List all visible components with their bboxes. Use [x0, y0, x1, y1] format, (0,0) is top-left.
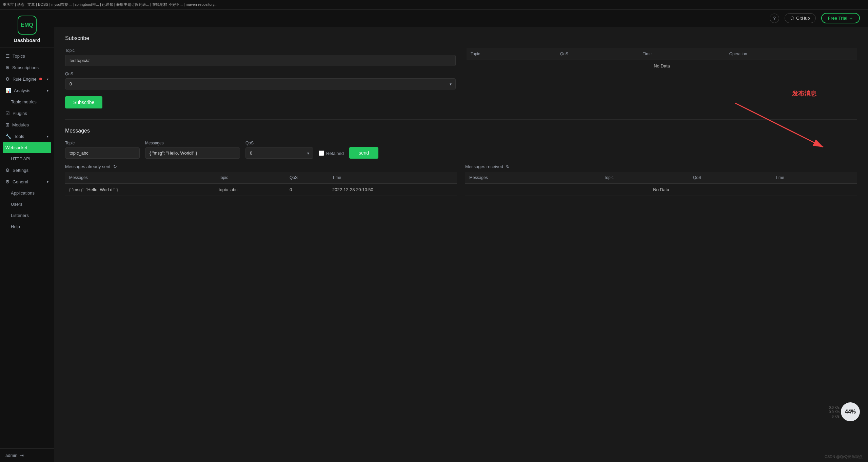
- col-time: Time: [639, 48, 725, 60]
- tools-icon: 🔧: [5, 134, 11, 139]
- help-icon: ?: [773, 16, 775, 21]
- content-wrapper: ? ⬡ GitHub Free Trial → Subscribe Topic: [54, 9, 868, 462]
- help-label: Help: [11, 224, 20, 229]
- analysis-label: Analysis: [14, 88, 30, 93]
- sidebar-item-help[interactable]: Help: [0, 221, 54, 232]
- table-row: { "msg": "Hello, Worl d!" } topic_abc 0 …: [65, 184, 457, 196]
- plugins-icon: ☑: [5, 111, 10, 116]
- subscriptions-label: Subscriptions: [12, 65, 39, 70]
- modules-icon: ⊞: [5, 122, 9, 127]
- sent-table-header: Messages already sent ↻: [65, 164, 457, 169]
- settings-icon: ⚙: [5, 167, 10, 173]
- received-no-data: No Data: [465, 184, 857, 196]
- sidebar-item-settings[interactable]: ⚙ Settings: [0, 164, 54, 176]
- recv-col-topic: Topic: [600, 172, 689, 184]
- sidebar: EMQ Dashboard ☰ Topics ⊕ Subscriptions ⚙…: [0, 9, 54, 462]
- sent-col-time: Time: [328, 172, 457, 184]
- sidebar-item-tools[interactable]: 🔧 Tools ▾: [0, 130, 54, 142]
- sidebar-item-users[interactable]: Users: [0, 199, 54, 210]
- users-label: Users: [11, 202, 22, 207]
- admin-label: admin: [5, 453, 17, 458]
- sent-messages-container: Messages already sent ↻ Messages Topic Q…: [65, 164, 457, 196]
- sidebar-item-general[interactable]: ⚙ General ▾: [0, 176, 54, 187]
- received-refresh-icon[interactable]: ↻: [506, 164, 510, 169]
- free-trial-label: Free Trial →: [828, 16, 853, 21]
- topics-label: Topics: [13, 54, 25, 59]
- logout-icon[interactable]: ⇥: [20, 453, 24, 458]
- msg-topic-group: Topic: [65, 141, 140, 159]
- sidebar-item-modules[interactable]: ⊞ Modules: [0, 119, 54, 130]
- sent-topic-cell: topic_abc: [215, 184, 285, 196]
- sidebar-item-analysis[interactable]: 📊 Analysis ▾: [0, 85, 54, 96]
- analysis-arrow: ▾: [47, 89, 48, 93]
- sidebar-item-plugins[interactable]: ☑ Plugins: [0, 107, 54, 119]
- sidebar-footer: admin ⇥: [0, 448, 54, 462]
- sent-messages-table: Messages Topic QoS Time { "msg": "Hello,…: [65, 172, 457, 196]
- subscribe-topic-label: Topic: [65, 48, 456, 53]
- analysis-icon: 📊: [5, 88, 11, 93]
- sidebar-nav: ☰ Topics ⊕ Subscriptions ⚙ Rule Engine ▾…: [0, 47, 54, 448]
- sidebar-item-topics[interactable]: ☰ Topics: [0, 50, 54, 62]
- subscribe-title: Subscribe: [65, 35, 857, 41]
- sidebar-item-topic-metrics[interactable]: Topic metrics: [0, 96, 54, 107]
- logo-icon: EMQ: [18, 16, 37, 35]
- subscriptions-icon: ⊕: [5, 65, 9, 70]
- sidebar-item-rule-engine[interactable]: ⚙ Rule Engine ▾: [0, 73, 54, 85]
- subscribe-table-container: Topic QoS Time Operation No Data: [467, 48, 857, 108]
- general-icon: ⚙: [5, 179, 10, 184]
- sent-col-qos: QoS: [285, 172, 328, 184]
- send-button[interactable]: send: [349, 147, 378, 159]
- tools-arrow: ▾: [47, 135, 48, 138]
- content-header: ? ⬡ GitHub Free Trial →: [54, 9, 868, 27]
- recv-col-messages: Messages: [465, 172, 600, 184]
- sidebar-item-websocket[interactable]: Websocket: [3, 142, 51, 153]
- sidebar-item-subscriptions[interactable]: ⊕ Subscriptions: [0, 62, 54, 73]
- col-topic: Topic: [467, 48, 556, 60]
- messages-section: Messages Topic Messages QoS: [65, 128, 857, 196]
- sent-messages-cell: { "msg": "Hello, Worl d!" }: [65, 184, 215, 196]
- sidebar-item-listeners[interactable]: Listeners: [0, 210, 54, 221]
- msg-messages-group: Messages: [145, 141, 240, 159]
- subscribe-form: Topic QoS 0 1 2: [65, 48, 456, 108]
- msg-send-group: send: [349, 147, 378, 159]
- sent-time-cell: 2022-12-28 20:10:50: [328, 184, 457, 196]
- messages-tables: Messages already sent ↻ Messages Topic Q…: [65, 164, 857, 196]
- subscribe-section: Subscribe Topic QoS 0: [65, 35, 857, 108]
- rule-engine-dot: [39, 78, 42, 80]
- general-label: General: [13, 179, 28, 184]
- sidebar-item-applications[interactable]: Applications: [0, 187, 54, 199]
- subscribe-qos-select[interactable]: 0 1 2: [65, 78, 456, 89]
- main-content: Subscribe Topic QoS 0: [54, 27, 868, 462]
- topic-metrics-label: Topic metrics: [11, 99, 37, 104]
- help-button[interactable]: ?: [770, 14, 779, 23]
- github-label: GitHub: [796, 16, 810, 21]
- github-button[interactable]: ⬡ GitHub: [785, 13, 815, 23]
- subscribe-topic-input[interactable]: [65, 55, 456, 66]
- general-arrow: ▾: [47, 180, 48, 184]
- github-icon: ⬡: [790, 16, 794, 21]
- msg-qos-label: QoS: [245, 141, 313, 145]
- perf-gauge: 44%: [841, 402, 860, 421]
- free-trial-button[interactable]: Free Trial →: [821, 13, 860, 23]
- recv-col-qos: QoS: [689, 172, 771, 184]
- subscribe-button[interactable]: Subscribe: [65, 96, 102, 108]
- dashboard-title: Dashboard: [14, 37, 40, 43]
- sidebar-item-http-api[interactable]: HTTP API: [0, 153, 54, 164]
- msg-messages-input[interactable]: [145, 147, 240, 159]
- sent-qos-cell: 0: [285, 184, 328, 196]
- msg-messages-label: Messages: [145, 141, 240, 145]
- sent-refresh-icon[interactable]: ↻: [113, 164, 117, 169]
- received-messages-table: Messages Topic QoS Time No Data: [465, 172, 857, 196]
- retained-checkbox[interactable]: [319, 150, 324, 156]
- perf-stat3: 6 K/s: [829, 415, 840, 418]
- messages-form: Topic Messages QoS 0 1 2: [65, 141, 857, 159]
- tools-label: Tools: [14, 134, 24, 139]
- subscribe-qos-label: QoS: [65, 72, 456, 76]
- received-table-header: Messages received ↻: [465, 164, 857, 169]
- msg-topic-input[interactable]: [65, 147, 140, 159]
- subscribe-no-data: No Data: [467, 60, 857, 72]
- plugins-label: Plugins: [13, 111, 27, 116]
- retained-label: Retained: [326, 151, 344, 156]
- settings-label: Settings: [13, 168, 28, 173]
- msg-qos-select[interactable]: 0 1 2: [245, 147, 313, 159]
